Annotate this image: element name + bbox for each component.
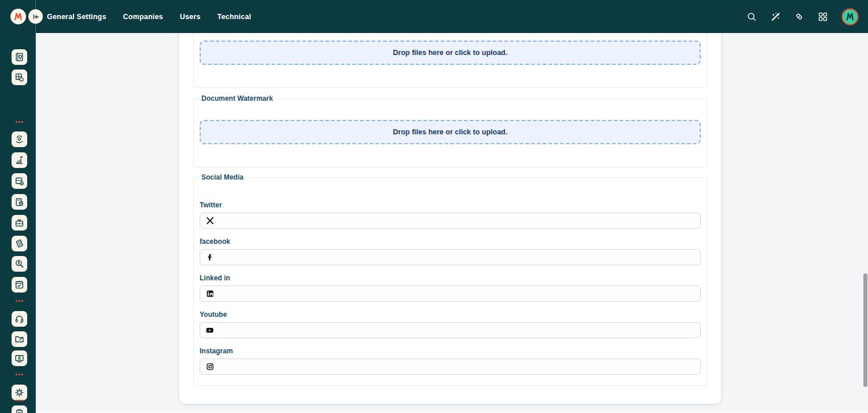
instagram-input[interactable] xyxy=(218,359,694,374)
dropzone-text: Drop files here or click to upload. xyxy=(393,128,507,136)
nav-users[interactable]: Users xyxy=(180,13,201,21)
logo-upload-dropzone[interactable]: Drop files here or click to upload. xyxy=(200,41,701,65)
settings-gear-icon xyxy=(14,388,24,397)
brand-logo-m-icon xyxy=(13,12,23,21)
red-dash-divider xyxy=(16,300,24,302)
instagram-icon xyxy=(206,363,214,371)
calculator-split-icon xyxy=(14,72,24,82)
settings-card: Drop files here or click to upload. Docu… xyxy=(179,33,721,404)
dropzone-text: Drop files here or click to upload. xyxy=(393,49,507,57)
collapse-left-icon xyxy=(32,13,40,21)
sidebar-item-growth-chart[interactable] xyxy=(12,152,27,168)
user-search-icon xyxy=(14,259,24,269)
facebook-input-wrap xyxy=(200,249,701,265)
magic-wand-icon xyxy=(770,11,781,22)
social-media-fieldset: Social Media Twitter facebook xyxy=(193,177,707,386)
nav-general-settings[interactable]: General Settings xyxy=(47,13,106,21)
folder-edit-icon xyxy=(14,334,24,344)
sidebar-item-user-search[interactable] xyxy=(12,256,27,272)
package-add-icon xyxy=(14,176,24,186)
red-dash-divider xyxy=(16,374,24,375)
facebook-input[interactable] xyxy=(218,250,694,265)
brand-logo[interactable] xyxy=(10,9,26,24)
sidebar-item-ledger-book[interactable] xyxy=(12,49,27,65)
top-navigation-bar: General Settings Companies Users Technic… xyxy=(0,0,868,33)
left-sidebar xyxy=(0,33,36,413)
linkedin-input-wrap xyxy=(200,286,701,302)
document-watermark-fieldset: Document Watermark Drop files here or cl… xyxy=(193,98,707,167)
sidebar-item-calendar-check[interactable] xyxy=(12,277,27,293)
attachment-button[interactable] xyxy=(794,12,804,22)
youtube-icon xyxy=(206,327,214,334)
sidebar-item-briefcase[interactable] xyxy=(12,215,27,231)
facebook-label: facebook xyxy=(200,237,701,246)
twitter-label: Twitter xyxy=(200,201,701,209)
sidebar-item-monitor-user[interactable] xyxy=(12,350,27,366)
briefcase-icon xyxy=(14,218,24,228)
calendar-check-icon xyxy=(14,280,24,290)
sidebar-item-report-clipboard[interactable] xyxy=(12,405,27,413)
facebook-icon xyxy=(206,254,214,261)
linkedin-label: Linked in xyxy=(200,274,701,282)
headset-support-icon xyxy=(14,314,24,324)
nav-companies[interactable]: Companies xyxy=(123,13,163,21)
calculator-tilted-icon xyxy=(14,239,24,248)
youtube-label: Youtube xyxy=(200,310,701,319)
vertical-scrollbar-thumb[interactable] xyxy=(863,273,867,387)
document-watermark-legend: Document Watermark xyxy=(198,94,276,103)
main-content-area: Drop files here or click to upload. Docu… xyxy=(36,33,868,413)
search-icon xyxy=(746,12,757,22)
linkedin-icon xyxy=(206,290,214,298)
sidebar-item-package-add[interactable] xyxy=(12,173,27,189)
sidebar-item-folder-edit[interactable] xyxy=(12,331,27,347)
app-grid-icon xyxy=(818,12,828,22)
search-button[interactable] xyxy=(746,12,757,22)
monitor-user-icon xyxy=(14,353,24,363)
ledger-book-icon xyxy=(14,52,24,62)
sidebar-item-hand-coin[interactable] xyxy=(12,131,27,147)
youtube-input-wrap xyxy=(200,322,701,338)
sidebar-collapse-button[interactable] xyxy=(28,9,43,24)
sidebar-item-calculator-tilted[interactable] xyxy=(12,236,27,251)
x-twitter-icon xyxy=(206,217,214,225)
user-avatar[interactable] xyxy=(841,8,859,25)
social-media-legend: Social Media xyxy=(198,173,247,181)
magic-wand-button[interactable] xyxy=(770,12,781,22)
attachment-icon xyxy=(794,11,804,22)
instagram-input-wrap xyxy=(200,359,701,375)
nav-technical[interactable]: Technical xyxy=(217,13,251,21)
report-clipboard-icon xyxy=(14,408,24,413)
growth-chart-icon xyxy=(14,155,24,165)
clipboard-calculator-icon xyxy=(14,197,24,207)
avatar-logo-icon xyxy=(841,8,859,25)
red-dash-divider xyxy=(16,400,24,401)
watermark-upload-dropzone[interactable]: Drop files here or click to upload. xyxy=(200,120,701,144)
hand-coin-icon xyxy=(14,134,24,144)
twitter-input-wrap xyxy=(200,213,701,229)
sidebar-item-clipboard-calculator[interactable] xyxy=(12,194,27,210)
main-menu: General Settings Companies Users Technic… xyxy=(47,0,251,33)
youtube-input[interactable] xyxy=(218,323,694,338)
twitter-input[interactable] xyxy=(218,213,694,228)
linkedin-input[interactable] xyxy=(218,286,694,301)
app-window: General Settings Companies Users Technic… xyxy=(0,0,868,413)
sidebar-item-calculator-split[interactable] xyxy=(12,70,27,85)
red-dash-divider xyxy=(16,121,24,123)
instagram-label: Instagram xyxy=(200,347,701,355)
apps-grid-button[interactable] xyxy=(818,12,828,22)
topbar-actions xyxy=(746,0,859,33)
logo-upload-fieldset: Drop files here or click to upload. xyxy=(193,33,707,88)
sidebar-item-headset-support[interactable] xyxy=(12,311,27,327)
